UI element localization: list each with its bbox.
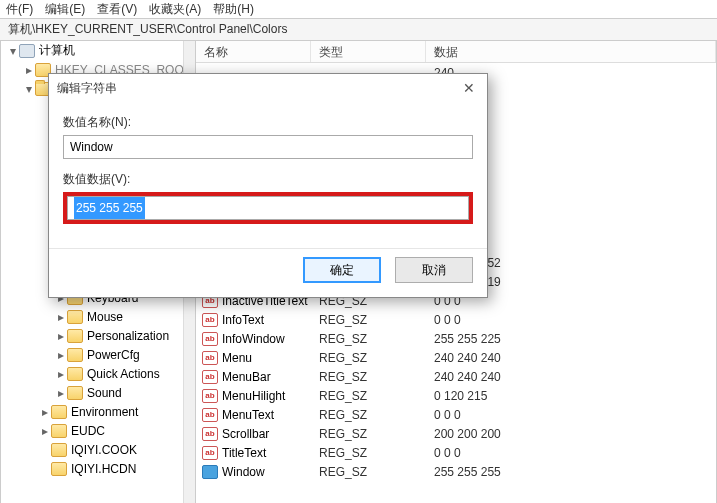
string-icon bbox=[202, 446, 218, 460]
computer-icon bbox=[19, 44, 35, 58]
value-name-input[interactable] bbox=[63, 135, 473, 159]
value-data-input[interactable]: 255 255 255 bbox=[67, 196, 469, 220]
cell-type: REG_SZ bbox=[311, 313, 426, 327]
cell-data: 0 120 215 bbox=[426, 389, 716, 403]
menu-help[interactable]: 帮助(H) bbox=[213, 1, 254, 18]
expand-icon[interactable]: ▸ bbox=[39, 405, 51, 419]
cell-type: REG_SZ bbox=[311, 370, 426, 384]
tree-iqiyi-cook[interactable]: IQIYI.COOK bbox=[1, 440, 195, 459]
collapse-icon[interactable]: ▾ bbox=[7, 44, 19, 58]
close-icon[interactable]: ✕ bbox=[459, 80, 479, 96]
tree-item[interactable]: ▸Sound bbox=[1, 383, 195, 402]
cell-type: REG_SZ bbox=[311, 446, 426, 460]
value-name-label: 数值名称(N): bbox=[63, 114, 473, 131]
tree-eudc[interactable]: ▸ EUDC bbox=[1, 421, 195, 440]
menu-edit[interactable]: 编辑(E) bbox=[45, 1, 85, 18]
folder-icon bbox=[67, 310, 83, 324]
cell-type: REG_SZ bbox=[311, 408, 426, 422]
folder-icon bbox=[67, 348, 83, 362]
cell-data: 0 0 0 bbox=[426, 313, 716, 327]
dialog-title: 编辑字符串 bbox=[57, 80, 117, 97]
tree-label: PowerCfg bbox=[87, 348, 140, 362]
highlighted-input-box: 255 255 255 bbox=[63, 192, 473, 224]
string-icon bbox=[202, 427, 218, 441]
value-data-label: 数值数据(V): bbox=[63, 171, 473, 188]
tree-label: Quick Actions bbox=[87, 367, 160, 381]
tree-label: IQIYI.COOK bbox=[71, 443, 137, 457]
ok-button[interactable]: 确定 bbox=[303, 257, 381, 283]
tree-root[interactable]: ▾ 计算机 bbox=[1, 41, 195, 60]
tree-item[interactable]: ▸Personalization bbox=[1, 326, 195, 345]
table-row[interactable]: MenuTextREG_SZ0 0 0 bbox=[196, 405, 716, 424]
table-row[interactable]: WindowREG_SZ255 255 255 bbox=[196, 462, 716, 481]
tree-item[interactable]: ▸Mouse bbox=[1, 307, 195, 326]
cell-name: Menu bbox=[222, 351, 252, 365]
cell-data: 255 255 255 bbox=[426, 465, 716, 479]
string-icon bbox=[202, 370, 218, 384]
table-row[interactable]: MenuHilightREG_SZ0 120 215 bbox=[196, 386, 716, 405]
table-row[interactable]: MenuREG_SZ240 240 240 bbox=[196, 348, 716, 367]
cell-name: InfoText bbox=[222, 313, 264, 327]
cell-type: REG_SZ bbox=[311, 351, 426, 365]
menu-favorites[interactable]: 收藏夹(A) bbox=[149, 1, 201, 18]
cell-data: 0 0 0 bbox=[426, 446, 716, 460]
folder-icon bbox=[67, 386, 83, 400]
cancel-button[interactable]: 取消 bbox=[395, 257, 473, 283]
cell-type: REG_SZ bbox=[311, 465, 426, 479]
cell-name: TitleText bbox=[222, 446, 266, 460]
string-icon bbox=[202, 351, 218, 365]
string-icon bbox=[202, 313, 218, 327]
table-row[interactable]: TitleTextREG_SZ0 0 0 bbox=[196, 443, 716, 462]
cell-type: REG_SZ bbox=[311, 427, 426, 441]
folder-icon bbox=[51, 405, 67, 419]
cell-name: Scrollbar bbox=[222, 427, 269, 441]
table-row[interactable]: InfoWindowREG_SZ255 255 225 bbox=[196, 329, 716, 348]
folder-icon bbox=[51, 424, 67, 438]
cell-data: 200 200 200 bbox=[426, 427, 716, 441]
expand-icon[interactable]: ▸ bbox=[55, 367, 67, 381]
edit-string-dialog: 编辑字符串 ✕ 数值名称(N): 数值数据(V): 255 255 255 确定… bbox=[48, 73, 488, 298]
expand-icon[interactable]: ▸ bbox=[55, 386, 67, 400]
table-row[interactable]: MenuBarREG_SZ240 240 240 bbox=[196, 367, 716, 386]
tree-item[interactable]: ▸PowerCfg bbox=[1, 345, 195, 364]
col-type[interactable]: 类型 bbox=[311, 41, 426, 62]
folder-icon bbox=[67, 329, 83, 343]
string-icon bbox=[202, 332, 218, 346]
cell-name: InfoWindow bbox=[222, 332, 285, 346]
window-icon bbox=[202, 465, 218, 479]
menu-file[interactable]: 件(F) bbox=[6, 1, 33, 18]
tree-item[interactable]: ▸Quick Actions bbox=[1, 364, 195, 383]
expand-icon[interactable]: ▸ bbox=[39, 424, 51, 438]
expand-icon[interactable]: ▸ bbox=[55, 329, 67, 343]
tree-label: Sound bbox=[87, 386, 122, 400]
cell-data: 240 240 240 bbox=[426, 370, 716, 384]
tree-label: EUDC bbox=[71, 424, 105, 438]
col-data[interactable]: 数据 bbox=[426, 41, 716, 62]
folder-icon bbox=[67, 367, 83, 381]
tree-environment[interactable]: ▸ Environment bbox=[1, 402, 195, 421]
expand-icon[interactable]: ▸ bbox=[55, 348, 67, 362]
expand-icon[interactable]: ▸ bbox=[55, 310, 67, 324]
menu-view[interactable]: 查看(V) bbox=[97, 1, 137, 18]
expand-icon[interactable]: ▸ bbox=[23, 63, 35, 77]
tree-label: IQIYI.HCDN bbox=[71, 462, 136, 476]
tree-label: Personalization bbox=[87, 329, 169, 343]
menu-bar: 件(F) 编辑(E) 查看(V) 收藏夹(A) 帮助(H) bbox=[0, 0, 717, 18]
cell-data: 240 240 240 bbox=[426, 351, 716, 365]
cell-type: REG_SZ bbox=[311, 389, 426, 403]
string-icon bbox=[202, 408, 218, 422]
cell-name: MenuText bbox=[222, 408, 274, 422]
list-header: 名称 类型 数据 bbox=[196, 41, 716, 63]
collapse-icon[interactable]: ▾ bbox=[23, 82, 35, 96]
table-row[interactable]: ScrollbarREG_SZ200 200 200 bbox=[196, 424, 716, 443]
cell-name: MenuBar bbox=[222, 370, 271, 384]
table-row[interactable]: InfoTextREG_SZ0 0 0 bbox=[196, 310, 716, 329]
tree-iqiyi-hcdn[interactable]: IQIYI.HCDN bbox=[1, 459, 195, 478]
col-name[interactable]: 名称 bbox=[196, 41, 311, 62]
folder-icon bbox=[51, 462, 67, 476]
cell-type: REG_SZ bbox=[311, 332, 426, 346]
address-bar[interactable]: 算机\HKEY_CURRENT_USER\Control Panel\Color… bbox=[0, 18, 717, 41]
selected-text: 255 255 255 bbox=[74, 197, 145, 219]
tree-label: 计算机 bbox=[39, 42, 75, 59]
tree-label: Environment bbox=[71, 405, 138, 419]
